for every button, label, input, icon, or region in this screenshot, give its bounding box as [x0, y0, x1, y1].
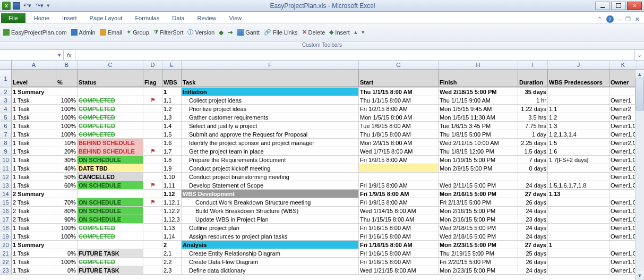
level-cell[interactable]: 1 Task	[12, 266, 56, 274]
percent-cell[interactable]: 100%	[56, 113, 78, 121]
finish-cell[interactable]: Thu 1/8/15 12:00 PM	[439, 147, 518, 155]
tab-data[interactable]: Data	[166, 13, 191, 23]
owner-cell[interactable]: Owner1,O	[609, 198, 637, 206]
header-cell[interactable]: WBS	[162, 70, 182, 87]
duration-cell[interactable]: 26 days	[518, 198, 548, 206]
duration-cell[interactable]: 26 days	[518, 258, 548, 266]
start-cell[interactable]: Fri 1/16/15 8:00 AM	[359, 249, 439, 257]
percent-cell[interactable]: 30%	[56, 156, 78, 164]
finish-cell[interactable]: Fri 2/13/15 5:00 PM	[439, 198, 518, 206]
status-cell[interactable]: COMPLETED	[78, 130, 143, 138]
row-header[interactable]: 19	[0, 232, 12, 240]
status-cell[interactable]: FUTURE TASK	[78, 266, 143, 274]
status-cell[interactable]: CANCELLED	[78, 173, 143, 181]
start-cell[interactable]: Thu 1/15/15 8:00 AM	[359, 215, 439, 223]
duration-cell[interactable]: 35 days	[518, 88, 548, 96]
wbs-cell[interactable]: 1.4	[162, 122, 182, 130]
flag-cell[interactable]	[143, 207, 162, 215]
ribbon-minimize-icon[interactable]: ⌃	[597, 16, 602, 23]
task-cell[interactable]: Identify the project sponsor and project…	[182, 139, 359, 147]
header-cell[interactable]: Owner	[609, 70, 637, 87]
row-header[interactable]: 6	[0, 122, 12, 130]
predecessor-cell[interactable]	[548, 164, 609, 172]
header-cell[interactable]: Finish	[439, 70, 518, 87]
tab-view[interactable]: View	[223, 13, 248, 23]
owner-cell[interactable]: Owner1,O	[609, 232, 637, 240]
predecessor-cell[interactable]	[548, 249, 609, 257]
wbs-cell[interactable]: 1.14	[162, 232, 182, 240]
level-cell[interactable]: 1 Summary	[12, 88, 56, 96]
task-cell[interactable]: Analysis	[182, 241, 359, 249]
flag-cell[interactable]: ⚑	[143, 147, 162, 155]
wbs-cell[interactable]: 1.11	[162, 181, 182, 189]
start-cell[interactable]: Tue 1/6/15 8:00 AM	[359, 122, 439, 130]
scroll-thumb[interactable]	[636, 79, 644, 111]
toolbar-up-icon[interactable]: ▴	[354, 29, 357, 36]
flag-cell[interactable]	[143, 88, 162, 96]
flag-cell[interactable]	[143, 258, 162, 266]
row-header[interactable]: 23	[0, 266, 12, 274]
duration-cell[interactable]	[518, 173, 548, 181]
flag-cell[interactable]	[143, 173, 162, 181]
flag-cell[interactable]	[143, 249, 162, 257]
tab-page-layout[interactable]: Page Layout	[83, 13, 129, 23]
save-icon[interactable]	[13, 2, 20, 10]
owner-cell[interactable]: Owner1,O	[609, 224, 637, 232]
tab-formulas[interactable]: Formulas	[128, 13, 166, 23]
predecessor-cell[interactable]: 1.5	[548, 139, 609, 147]
help-icon[interactable]: ?	[606, 15, 614, 23]
percent-cell[interactable]	[56, 190, 78, 198]
formula-input[interactable]	[75, 50, 634, 60]
task-cell[interactable]: Create Entity Relationship Diagram	[182, 249, 359, 257]
task-cell[interactable]: Prioritize project ideas	[182, 105, 359, 113]
percent-cell[interactable]: 100%	[56, 224, 78, 232]
flag-cell[interactable]	[143, 130, 162, 138]
header-cell[interactable]: Start	[359, 70, 439, 87]
status-cell[interactable]: COMPLETED	[78, 122, 143, 130]
row-header[interactable]: 8	[0, 139, 12, 147]
owner-cell[interactable]: Owner1,O	[609, 122, 637, 130]
finish-cell[interactable]: Tue 1/6/15 3:45 PM	[439, 122, 518, 130]
wbs-cell[interactable]: 1.12.1	[162, 198, 182, 206]
level-cell[interactable]: 1 Task	[12, 258, 56, 266]
percent-cell[interactable]: 10%	[56, 139, 78, 147]
row-header[interactable]: 13	[0, 181, 12, 189]
column-header-I[interactable]: I	[518, 61, 548, 69]
header-cell[interactable]: Task	[182, 70, 359, 87]
status-cell[interactable]: ON SCHEDULE	[78, 156, 143, 164]
duration-cell[interactable]: 23 days	[518, 215, 548, 223]
owner-cell[interactable]: Owner3	[609, 113, 637, 121]
column-header-C[interactable]: C	[78, 61, 143, 69]
finish-cell[interactable]: Mon 1/5/15 9:45 AM	[439, 105, 518, 113]
duration-cell[interactable]: 3.5 hrs	[518, 113, 548, 121]
row-header[interactable]: 18	[0, 224, 12, 232]
duration-cell[interactable]: 2.25 days	[518, 139, 548, 147]
wbs-cell[interactable]: 2.3	[162, 266, 182, 274]
toolbar-delete[interactable]: ✕Delete	[302, 29, 325, 36]
owner-cell[interactable]: Owner1,O	[609, 266, 637, 274]
level-cell[interactable]: 2 Task	[12, 207, 56, 215]
start-cell[interactable]	[359, 173, 439, 181]
start-cell[interactable]: Wed 1/14/15 8:00 AM	[359, 207, 439, 215]
finish-cell[interactable]	[439, 173, 518, 181]
duration-cell[interactable]: 24 days	[518, 232, 548, 240]
row-header[interactable]: 12	[0, 173, 12, 181]
row-header[interactable]: 15	[0, 198, 12, 206]
task-cell[interactable]: Create Data Flow Diagram	[182, 258, 359, 266]
percent-cell[interactable]: 60%	[56, 181, 78, 189]
level-cell[interactable]: 1 Task	[12, 181, 56, 189]
status-cell[interactable]: COMPLETED	[78, 113, 143, 121]
predecessor-cell[interactable]	[548, 198, 609, 206]
predecessor-cell[interactable]: 1.2,1.3,1.4	[548, 130, 609, 138]
wbs-cell[interactable]: 1.10	[162, 173, 182, 181]
finish-cell[interactable]: Wed 2/11/15 10:00 AM	[439, 139, 518, 147]
status-cell[interactable]: COMPLETED	[78, 105, 143, 113]
level-cell[interactable]: 1 Task	[12, 232, 56, 240]
status-cell[interactable]: COMPLETED	[78, 224, 143, 232]
level-cell[interactable]: 1 Task	[12, 164, 56, 172]
status-cell[interactable]	[78, 190, 143, 198]
duration-cell[interactable]: 24 days	[518, 224, 548, 232]
duration-cell[interactable]: 0 days	[518, 164, 548, 172]
task-cell[interactable]: Collect project ideas	[182, 96, 359, 104]
status-cell[interactable]: DATE TBD	[78, 164, 143, 172]
